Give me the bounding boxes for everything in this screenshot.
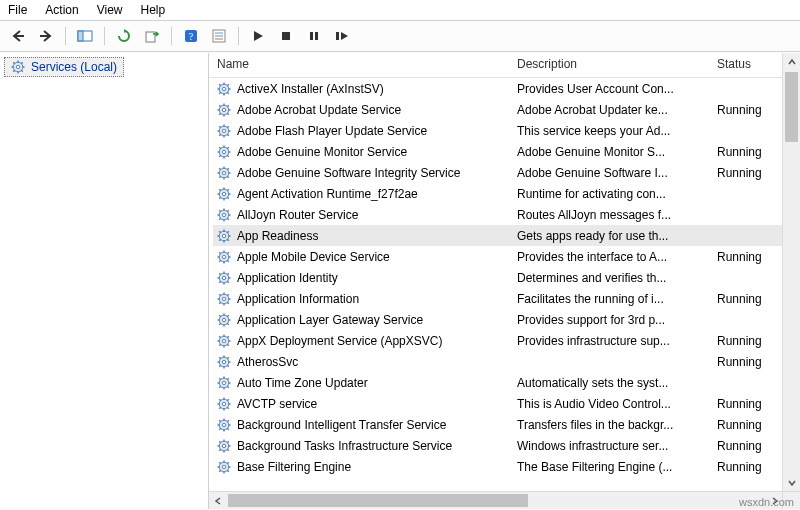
svg-line-99 [219, 231, 221, 233]
svg-line-121 [219, 281, 221, 283]
pause-icon [308, 30, 320, 42]
service-row[interactable]: Application IdentityDetermines and verif… [213, 267, 800, 288]
service-row[interactable]: AVCTP serviceThis is Audio Video Control… [213, 393, 800, 414]
service-row[interactable]: Auto Time Zone UpdaterAutomatically sets… [213, 372, 800, 393]
service-name: Application Layer Gateway Service [237, 313, 423, 327]
service-row[interactable]: Adobe Genuine Software Integrity Service… [213, 162, 800, 183]
show-hide-tree-button[interactable] [73, 24, 97, 48]
svg-line-22 [21, 62, 23, 64]
service-row[interactable]: Application Layer Gateway ServiceProvide… [213, 309, 800, 330]
column-name[interactable]: Name [217, 57, 517, 71]
vscroll-track[interactable] [783, 70, 800, 474]
service-name: AllJoyn Router Service [237, 208, 358, 222]
restart-icon [335, 30, 349, 42]
svg-line-32 [227, 84, 229, 86]
service-row[interactable]: AtherosSvcRunning [213, 351, 800, 372]
svg-line-71 [219, 176, 221, 178]
vscroll-thumb[interactable] [785, 72, 798, 142]
service-name-cell: Adobe Genuine Software Integrity Service [217, 166, 517, 180]
horizontal-scrollbar[interactable] [209, 491, 783, 509]
service-row[interactable]: Agent Activation Runtime_f27f2aeRuntime … [213, 183, 800, 204]
service-row[interactable]: ActiveX Installer (AxInstSV)Provides Use… [213, 78, 800, 99]
svg-line-61 [219, 155, 221, 157]
refresh-button[interactable] [112, 24, 136, 48]
pause-service-button[interactable] [302, 24, 326, 48]
help-button[interactable]: ? [179, 24, 203, 48]
service-row[interactable]: Adobe Acrobat Update ServiceAdobe Acroba… [213, 99, 800, 120]
svg-line-91 [219, 218, 221, 220]
hscroll-thumb[interactable] [228, 494, 528, 507]
svg-line-201 [219, 449, 221, 451]
service-row[interactable]: Background Tasks Infrastructure ServiceW… [213, 435, 800, 456]
svg-line-139 [219, 315, 221, 317]
service-gear-icon [217, 313, 231, 327]
service-gear-icon [217, 250, 231, 264]
svg-line-149 [219, 336, 221, 338]
scroll-down-button[interactable] [783, 474, 800, 491]
service-row[interactable]: Base Filtering EngineThe Base Filtering … [213, 456, 800, 477]
service-status: Running [717, 439, 781, 453]
svg-rect-12 [336, 32, 339, 40]
service-name-cell: Agent Activation Runtime_f27f2ae [217, 187, 517, 201]
chevron-down-icon [788, 479, 796, 487]
svg-line-82 [227, 189, 229, 191]
svg-line-60 [227, 155, 229, 157]
service-gear-icon [217, 334, 231, 348]
service-gear-icon [217, 397, 231, 411]
column-status[interactable]: Status [717, 57, 781, 71]
service-row[interactable]: AllJoyn Router ServiceRoutes AllJoyn mes… [213, 204, 800, 225]
svg-point-44 [222, 129, 226, 133]
svg-line-199 [219, 441, 221, 443]
svg-line-89 [219, 210, 221, 212]
svg-line-192 [227, 420, 229, 422]
svg-point-14 [16, 65, 20, 69]
service-name: Background Tasks Infrastructure Service [237, 439, 452, 453]
service-gear-icon [217, 418, 231, 432]
forward-button[interactable] [34, 24, 58, 48]
service-status: Running [717, 334, 781, 348]
menu-help[interactable]: Help [141, 3, 166, 17]
svg-line-90 [227, 218, 229, 220]
service-description: Provides infrastructure sup... [517, 334, 717, 348]
menu-file[interactable]: File [8, 3, 27, 17]
svg-point-124 [222, 297, 226, 301]
service-row[interactable]: Apple Mobile Device ServiceProvides the … [213, 246, 800, 267]
properties-button[interactable] [207, 24, 231, 48]
service-row[interactable]: Adobe Flash Player Update ServiceThis se… [213, 120, 800, 141]
hscroll-track[interactable] [226, 492, 766, 509]
start-service-button[interactable] [246, 24, 270, 48]
service-row[interactable]: Background Intelligent Transfer ServiceT… [213, 414, 800, 435]
scroll-left-button[interactable] [209, 492, 226, 509]
service-name-cell: AVCTP service [217, 397, 517, 411]
service-row[interactable]: AppX Deployment Service (AppXSVC)Provide… [213, 330, 800, 351]
column-headers: Name Description Status [209, 53, 800, 78]
svg-line-141 [219, 323, 221, 325]
service-name: Base Filtering Engine [237, 460, 351, 474]
svg-point-194 [222, 444, 226, 448]
scroll-up-button[interactable] [783, 53, 800, 70]
svg-line-30 [227, 92, 229, 94]
svg-line-181 [219, 407, 221, 409]
svg-line-119 [219, 273, 221, 275]
service-name-cell: Application Identity [217, 271, 517, 285]
service-name: AppX Deployment Service (AppXSVC) [237, 334, 442, 348]
restart-service-button[interactable] [330, 24, 354, 48]
tree-item-services-local[interactable]: Services (Local) [4, 57, 124, 77]
column-description[interactable]: Description [517, 57, 717, 71]
svg-line-110 [227, 260, 229, 262]
service-name: Background Intelligent Transfer Service [237, 418, 446, 432]
tree-panel: Services (Local) [0, 53, 209, 509]
service-row[interactable]: Adobe Genuine Monitor ServiceAdobe Genui… [213, 141, 800, 162]
svg-line-111 [219, 260, 221, 262]
svg-point-74 [222, 192, 226, 196]
service-row[interactable]: Application InformationFacilitates the r… [213, 288, 800, 309]
arrow-left-icon [11, 29, 25, 43]
service-description: This service keeps your Ad... [517, 124, 717, 138]
export-button[interactable] [140, 24, 164, 48]
vertical-scrollbar[interactable] [782, 53, 800, 491]
back-button[interactable] [6, 24, 30, 48]
stop-service-button[interactable] [274, 24, 298, 48]
menu-view[interactable]: View [97, 3, 123, 17]
menu-action[interactable]: Action [45, 3, 78, 17]
service-row[interactable]: App ReadinessGets apps ready for use th.… [213, 225, 800, 246]
